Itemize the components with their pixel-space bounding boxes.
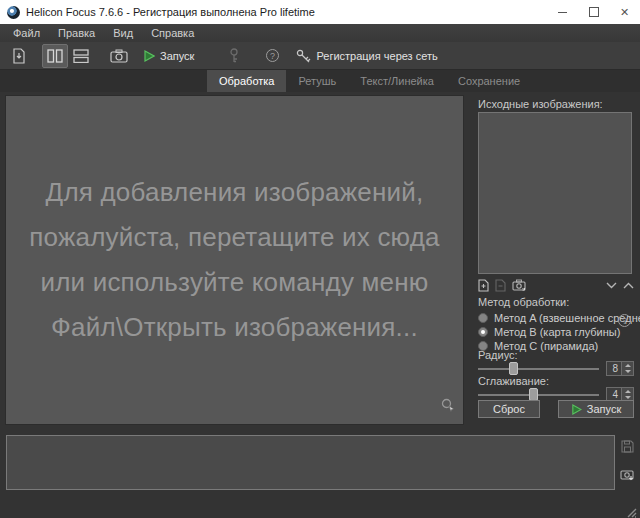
camera-icon <box>110 49 128 63</box>
horizontal-split-icon <box>73 49 89 63</box>
image-drop-zone[interactable]: Для добавления изображений, пожалуйста, … <box>5 95 464 425</box>
titlebar: Helicon Focus 7.6.6 - Регистрация выполн… <box>0 0 640 24</box>
method-b-radio[interactable]: Метод B (карта глубины) <box>478 325 620 338</box>
radius-label: Радиус: <box>478 349 518 361</box>
method-a-radio[interactable]: Метод A (взвешенное среднее) <box>478 311 640 324</box>
help-button[interactable]: ? <box>259 44 285 68</box>
save-icon <box>621 440 634 453</box>
open-images-icon <box>12 48 26 64</box>
run-processing-button[interactable]: Запуск <box>142 44 195 68</box>
app-logo-icon <box>7 6 20 19</box>
radius-value[interactable]: 8 <box>606 361 622 376</box>
tab-processing[interactable]: Обработка <box>207 70 286 92</box>
capture-to-list-button[interactable] <box>512 279 526 291</box>
radius-slider-row: 8 <box>478 361 634 376</box>
reset-button[interactable]: Сброс <box>478 400 540 418</box>
help-icon: ? <box>266 49 279 62</box>
radius-slider[interactable] <box>478 361 599 376</box>
export-result-button[interactable] <box>620 468 635 481</box>
camera-capture-button[interactable] <box>106 44 132 68</box>
method-help-button[interactable]: ? <box>618 314 631 327</box>
tabbar: Обработка Ретушь Текст/Линейка Сохранени… <box>0 70 640 92</box>
source-list-actions <box>478 278 634 292</box>
save-result-button[interactable] <box>621 440 634 453</box>
source-images-list[interactable] <box>478 112 632 274</box>
run-button-label: Запуск <box>587 403 621 415</box>
helicon-focus-window: Helicon Focus 7.6.6 - Регистрация выполн… <box>0 0 640 518</box>
camera-export-icon <box>620 468 635 481</box>
smoothing-label: Сглаживание: <box>478 375 549 387</box>
add-image-button[interactable] <box>478 279 489 292</box>
registration-button[interactable]: Регистрация через сеть <box>295 44 438 68</box>
step-up-icon <box>625 364 631 367</box>
window-resize-grip[interactable] <box>626 504 637 515</box>
drop-message-line: Файл\Открыть изображения... <box>29 305 440 350</box>
window-controls: ✕ <box>547 0 640 24</box>
move-down-button[interactable] <box>606 282 617 289</box>
registration-button-label: Регистрация через сеть <box>316 50 437 62</box>
slider-track <box>478 394 599 396</box>
method-b-label: Метод B (карта глубины) <box>494 326 620 338</box>
drop-message-line: или используйте команду меню <box>29 260 440 305</box>
source-images-label: Исходные изображения: <box>478 98 603 110</box>
drop-message-line: Для добавления изображений, <box>29 170 440 215</box>
horizontal-split-view-button[interactable] <box>68 44 94 68</box>
step-down-icon <box>625 370 631 373</box>
zoom-cursor-button[interactable] <box>441 398 456 417</box>
menu-help[interactable]: Справка <box>142 27 203 39</box>
menu-file[interactable]: Файл <box>4 27 49 39</box>
radius-spinbox[interactable]: 8 <box>606 361 634 376</box>
add-image-icon <box>478 279 489 292</box>
drop-zone-message: Для добавления изображений, пожалуйста, … <box>29 170 440 350</box>
play-icon <box>143 50 155 62</box>
run-button[interactable]: Запуск <box>558 400 634 418</box>
menubar: Файл Правка Вид Справка <box>0 24 640 42</box>
tab-text-ruler[interactable]: Текст/Линейка <box>348 70 446 92</box>
move-up-button[interactable] <box>623 282 634 289</box>
menu-edit[interactable]: Правка <box>49 27 104 39</box>
chevron-up-icon <box>623 282 634 289</box>
reset-button-label: Сброс <box>493 403 525 415</box>
radio-icon <box>478 313 488 323</box>
magnifier-cursor-icon <box>441 398 456 413</box>
menu-view[interactable]: Вид <box>104 27 142 39</box>
step-up-icon <box>625 390 631 393</box>
step-down-icon <box>625 396 631 399</box>
remove-image-button[interactable] <box>495 279 506 292</box>
radio-icon <box>478 327 488 337</box>
vertical-split-icon <box>47 49 63 63</box>
resize-grip-icon <box>626 507 637 518</box>
close-icon: ✕ <box>620 7 629 18</box>
maximize-icon <box>589 7 599 17</box>
output-images-list[interactable] <box>6 435 615 490</box>
method-help-icon: ? <box>618 314 631 327</box>
run-button-label: Запуск <box>160 50 194 62</box>
window-title: Helicon Focus 7.6.6 - Регистрация выполн… <box>26 6 547 18</box>
play-icon <box>571 404 582 415</box>
radius-slider-thumb[interactable] <box>509 362 518 375</box>
key-icon <box>296 49 311 63</box>
vertical-split-view-button[interactable] <box>42 44 68 68</box>
source-panel: Исходные изображения: <box>470 92 640 426</box>
camera-add-icon <box>512 279 526 291</box>
open-images-button[interactable] <box>6 44 32 68</box>
remove-image-icon <box>495 279 506 292</box>
minimize-icon <box>558 12 567 13</box>
close-button[interactable]: ✕ <box>609 0 640 24</box>
main-toolbar: Запуск ? Регистрация через сеть <box>0 42 640 70</box>
slider-track <box>478 368 599 370</box>
minimize-button[interactable] <box>547 0 578 24</box>
chevron-down-icon <box>606 282 617 289</box>
tab-retouch[interactable]: Ретушь <box>286 70 348 92</box>
maximize-button[interactable] <box>578 0 609 24</box>
tab-saving[interactable]: Сохранение <box>446 70 532 92</box>
disabled-tool-button[interactable] <box>221 44 247 68</box>
disabled-tool-icon <box>229 48 239 64</box>
radius-stepper[interactable] <box>622 361 634 376</box>
drop-message-line: пожалуйста, перетащите их сюда <box>29 215 440 260</box>
method-group-label: Метод обработки: <box>478 296 569 308</box>
